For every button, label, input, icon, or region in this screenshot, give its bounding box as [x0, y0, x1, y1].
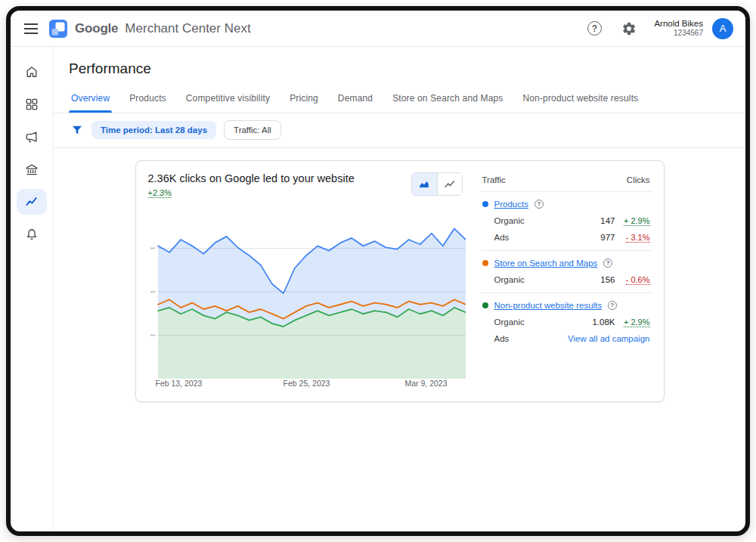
left-nav-rail — [11, 47, 54, 531]
non-product-help-icon[interactable]: ? — [608, 301, 617, 310]
bell-icon — [24, 227, 39, 242]
non-product-link[interactable]: Non-product website results — [494, 301, 603, 310]
view-all-ad-campaign-link[interactable]: View all ad campaign — [568, 334, 649, 343]
x-tick-end: Mar 9, 2023 — [404, 379, 447, 388]
traffic-filter-chip[interactable]: Traffic: All — [224, 120, 281, 140]
non-product-organic-row: Organic 1.08K + 2.9% — [482, 317, 650, 327]
traffic-breakdown-panel: Traffic Clicks Products ? Organic — [481, 172, 652, 390]
products-link[interactable]: Products — [494, 200, 528, 209]
home-icon — [24, 64, 39, 79]
x-tick-middle: Feb 25, 2023 — [284, 379, 330, 388]
clicks-value: 977 — [587, 233, 615, 242]
sidebar-item-home[interactable] — [17, 59, 47, 85]
time-period-filter-chip[interactable]: Time period: Last 28 days — [91, 121, 216, 139]
store-legend-dot — [482, 260, 488, 266]
line-chart-icon — [24, 194, 39, 209]
products-help-icon[interactable]: ? — [534, 200, 544, 209]
tab-store-on-search-and-maps[interactable]: Store on Search and Maps — [383, 86, 513, 113]
traffic-panel-header: Traffic Clicks — [481, 174, 652, 192]
area-chart-toggle-button[interactable] — [412, 173, 437, 195]
chart-canvas — [148, 205, 466, 379]
filter-funnel-icon[interactable] — [70, 123, 84, 137]
tab-products[interactable]: Products — [119, 86, 176, 113]
settings-button[interactable] — [616, 16, 642, 42]
topbar-actions: ? Arnold Bikes 1234567 A — [581, 16, 733, 42]
product-logo: Google Merchant Center Next — [48, 19, 251, 39]
top-app-bar: Google Merchant Center Next ? Arnold Bik… — [11, 11, 745, 47]
tab-non-product-website-results[interactable]: Non-product website results — [513, 86, 648, 113]
main-content: Performance Overview Products Competitiv… — [54, 47, 745, 531]
row-label: Ads — [494, 334, 510, 343]
sidebar-item-notifications[interactable] — [17, 221, 47, 247]
traffic-group-non-product: Non-product website results ? Organic 1.… — [481, 293, 652, 352]
filter-bar: Time period: Last 28 days Traffic: All — [54, 113, 745, 148]
tab-competitive-visibility[interactable]: Competitive visibility — [176, 86, 280, 113]
megaphone-icon — [24, 129, 39, 144]
performance-tab-bar: Overview Products Competitive visibility… — [54, 86, 745, 113]
delta-value[interactable]: - 0.6% — [626, 275, 650, 285]
x-tick-start: Feb 13, 2023 — [156, 379, 203, 388]
clicks-value: 156 — [587, 275, 615, 284]
tab-demand[interactable]: Demand — [328, 86, 383, 113]
tab-pricing[interactable]: Pricing — [280, 86, 328, 113]
row-label: Organic — [494, 275, 525, 284]
line-chart-toggle-button[interactable] — [437, 173, 462, 195]
store-organic-row: Organic 156 - 0.6% — [482, 275, 650, 284]
traffic-column-label: Traffic — [482, 175, 506, 184]
merchant-center-logo-icon — [48, 19, 68, 39]
bank-icon — [24, 162, 39, 177]
row-label: Organic — [494, 317, 525, 327]
row-label: Organic — [494, 216, 525, 225]
sidebar-item-performance[interactable] — [17, 189, 47, 215]
products-organic-row: Organic 147 + 2.9% — [482, 216, 650, 225]
traffic-group-products: Products ? Organic 147 + 2.9% — [481, 192, 652, 251]
gear-icon — [621, 21, 637, 36]
clicks-value: 1.08K — [587, 317, 615, 327]
delta-value[interactable]: + 2.9% — [624, 317, 650, 327]
clicks-column-label: Clicks — [627, 175, 650, 184]
clicks-value: 147 — [587, 216, 615, 225]
product-name: Merchant Center Next — [125, 21, 250, 36]
store-link[interactable]: Store on Search and Maps — [494, 259, 598, 268]
tab-overview[interactable]: Overview — [61, 86, 119, 113]
products-legend-dot — [482, 201, 488, 207]
sidebar-item-business-info[interactable] — [17, 156, 47, 182]
sidebar-item-dashboard[interactable] — [17, 91, 47, 117]
non-product-ads-row: Ads View all ad campaign — [482, 334, 650, 343]
account-id: 1234567 — [654, 29, 703, 39]
app-window: Google Merchant Center Next ? Arnold Bik… — [6, 6, 750, 536]
overview-content: 2.36K clicks on Google led to your websi… — [54, 148, 745, 531]
account-info: Arnold Bikes 1234567 — [654, 18, 703, 39]
line-chart-icon — [444, 178, 456, 190]
non-product-legend-dot — [482, 302, 488, 308]
google-wordmark: Google — [75, 21, 118, 36]
clicks-overview-card: 2.36K clicks on Google led to your websi… — [135, 160, 665, 402]
delta-value[interactable]: - 3.1% — [626, 233, 650, 243]
dashboard-icon — [24, 97, 39, 112]
store-help-icon[interactable]: ? — [603, 259, 612, 268]
chart-section: 2.36K clicks on Google led to your websi… — [148, 172, 466, 390]
chart-type-toggle — [411, 172, 463, 196]
row-label: Ads — [494, 233, 510, 242]
headline-delta-badge[interactable]: +2.3% — [148, 188, 172, 198]
area-chart-icon — [418, 178, 430, 190]
products-ads-row: Ads 977 - 3.1% — [482, 233, 650, 242]
page-title: Performance — [54, 47, 745, 86]
help-button[interactable]: ? — [581, 16, 607, 42]
main-menu-button[interactable] — [18, 16, 44, 42]
card-headline: 2.36K clicks on Google led to your websi… — [148, 172, 355, 184]
avatar[interactable]: A — [712, 18, 733, 39]
chart-x-axis: Feb 13, 2023 Feb 25, 2023 Mar 9, 2023 — [148, 379, 466, 390]
traffic-area-chart — [148, 205, 466, 379]
sidebar-item-marketing[interactable] — [17, 124, 47, 150]
help-icon: ? — [587, 21, 602, 36]
account-name: Arnold Bikes — [654, 18, 703, 29]
delta-value[interactable]: + 2.9% — [624, 216, 650, 226]
traffic-group-store: Store on Search and Maps ? Organic 156 -… — [481, 251, 652, 293]
hamburger-icon — [24, 23, 38, 34]
